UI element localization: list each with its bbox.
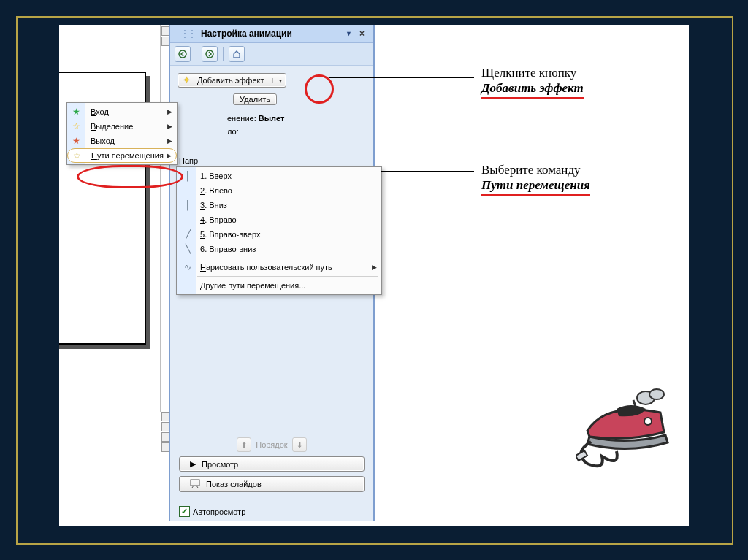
path-glyph-icon: ╱	[181, 229, 194, 239]
path-item[interactable]: ╱5. Вправо-вверх	[177, 227, 381, 242]
order-label: Порядок	[256, 440, 287, 449]
pane-close-button[interactable]: ×	[356, 28, 367, 39]
menu-item-label: Вход	[91, 107, 109, 116]
custom-path-label: Нарисовать пользовательский путь	[200, 263, 332, 272]
more-paths-item[interactable]: Другие пути перемещения...	[177, 278, 381, 293]
star-icon: ✦	[183, 75, 193, 85]
leader-line-1	[329, 77, 474, 78]
svg-rect-6	[576, 450, 587, 461]
path-item[interactable]: │3. Вниз	[177, 198, 381, 212]
order-down-button[interactable]: ⬇	[292, 437, 307, 452]
path-item-label: 1. Вверх	[200, 172, 232, 180]
star-icon: ☆	[70, 150, 83, 161]
pane-nav	[170, 43, 373, 66]
direction-label: Напр	[179, 156, 223, 165]
path-glyph-icon: ─	[181, 185, 194, 196]
autopreview-checkbox-row[interactable]: ✓ Автопросмотр	[179, 506, 245, 517]
svg-point-1	[206, 50, 213, 58]
add-effect-label: Добавить эффект	[197, 76, 264, 85]
nav-back-button[interactable]	[175, 46, 191, 62]
projector-icon	[190, 479, 200, 489]
grip-icon: ⋮⋮	[180, 28, 195, 39]
iron-clipart	[576, 372, 679, 475]
svg-point-0	[179, 50, 186, 58]
star-icon: ★	[69, 136, 83, 146]
menu-item-выделение[interactable]: ☆Выделение▶	[67, 119, 177, 134]
path-item-label: 4. Вправо	[200, 215, 237, 224]
pane-bottom-controls: ⬆ Порядок ⬇ ▶ Просмотр Показ слайдов	[170, 433, 373, 501]
chevron-down-icon: ▼	[272, 78, 283, 83]
change-label: енение: Вылет	[218, 111, 373, 124]
highlight-circle-add-effect	[305, 74, 334, 104]
path-item-label: 5. Вправо-вверх	[200, 230, 260, 239]
star-icon: ★	[69, 107, 83, 117]
menu-item-label: Пути перемещения	[91, 151, 164, 160]
path-item-label: 2. Влево	[200, 186, 232, 195]
nav-forward-button[interactable]	[202, 46, 218, 62]
path-item[interactable]: ─2. Влево	[177, 183, 381, 198]
callout-paths: Выберите команду Пути перемещения	[481, 162, 590, 196]
callout-add-effect: Щелкните кнопку Добавить эффект	[481, 65, 584, 99]
slideshow-label: Показ слайдов	[206, 480, 262, 488]
path-item[interactable]: │1. Вверх	[177, 169, 381, 183]
submenu-arrow-icon: ▶	[167, 108, 172, 115]
order-controls: ⬆ Порядок ⬇	[179, 437, 365, 452]
submenu-arrow-icon: ▶	[167, 152, 172, 159]
svg-point-5	[644, 418, 652, 425]
pane-title: Настройка анимации	[201, 28, 341, 39]
play-icon: ▶	[190, 459, 196, 469]
preview-label: Просмотр	[202, 460, 238, 469]
order-up-button[interactable]: ⬆	[237, 437, 251, 452]
menu-item-вход[interactable]: ★Вход▶	[67, 104, 177, 119]
motion-paths-submenu: │1. Вверх─2. Влево│3. Вниз─4. Вправо╱5. …	[176, 166, 382, 295]
highlight-circle-paths	[77, 165, 183, 188]
path-glyph-icon: │	[181, 200, 194, 210]
svg-point-4	[649, 389, 664, 399]
preview-button[interactable]: ▶ Просмотр	[179, 456, 365, 472]
more-paths-label: Другие пути перемещения...	[200, 281, 305, 290]
menu-item-выход[interactable]: ★Выход▶	[67, 134, 177, 148]
pane-header: ⋮⋮ Настройка анимации ▼ ×	[170, 25, 373, 43]
custom-path-item[interactable]: ∿Нарисовать пользовательский путь▶	[177, 260, 381, 275]
start-label: ло:	[218, 124, 373, 137]
submenu-arrow-icon: ▶	[167, 137, 172, 145]
autopreview-checkbox[interactable]: ✓	[179, 506, 190, 517]
path-item[interactable]: ─4. Вправо	[177, 212, 381, 227]
pane-menu-dropdown[interactable]: ▼	[346, 30, 352, 37]
path-item-label: 3. Вниз	[200, 201, 227, 210]
add-effect-button[interactable]: ✦ Добавить эффект ▼	[178, 73, 286, 88]
menu-item-label: Выделение	[91, 122, 133, 131]
leader-line-2	[381, 171, 474, 172]
submenu-arrow-icon: ▶	[372, 264, 377, 271]
remove-button[interactable]: Удалить	[233, 93, 277, 105]
star-icon: ☆	[69, 121, 83, 131]
scribble-icon: ∿	[181, 262, 194, 272]
document-preview	[59, 25, 161, 412]
path-glyph-icon: ╲	[181, 244, 194, 254]
path-item-label: 6. Вправо-вниз	[200, 245, 256, 253]
effect-category-menu: ★Вход▶☆Выделение▶★Выход▶☆Пути перемещени…	[66, 102, 178, 165]
submenu-arrow-icon: ▶	[167, 123, 172, 130]
path-glyph-icon: ─	[181, 215, 194, 225]
path-item[interactable]: ╲6. Вправо-вниз	[177, 242, 381, 256]
nav-home-button[interactable]	[229, 46, 245, 62]
slideshow-button[interactable]: Показ слайдов	[179, 476, 365, 492]
mini-toolbar-lower	[161, 412, 169, 560]
svg-rect-2	[191, 480, 199, 486]
slide-canvas: ⋮⋮ Настройка анимации ▼ × ✦ Добавить эфф…	[59, 25, 689, 526]
autopreview-label: Автопросмотр	[193, 507, 245, 516]
menu-item-label: Выход	[91, 137, 115, 145]
remove-label: Удалить	[240, 95, 270, 104]
menu-item-пути-перемещения[interactable]: ☆Пути перемещения▶	[67, 148, 177, 163]
